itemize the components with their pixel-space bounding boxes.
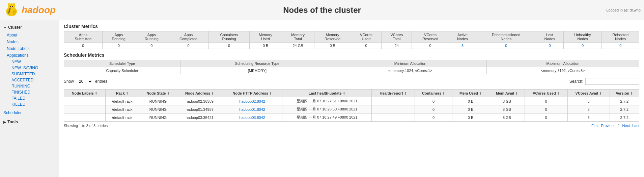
cell-vcores-avail: 8 (567, 113, 610, 122)
cell-node-http-address[interactable]: hadoop03:8042 (222, 113, 282, 122)
col-node-http-address[interactable]: Node HTTP Address ⇕ (222, 90, 282, 97)
tools-label: Tools (7, 120, 18, 124)
sidebar-item-node-labels[interactable]: Node Labels (0, 45, 59, 52)
cell-rack: /default-rack (105, 113, 139, 122)
tools-section-header[interactable]: ▶ Tools (0, 118, 59, 126)
show-entries-select[interactable]: 10 20 25 50 100 (76, 78, 93, 85)
hadoop-logo: hadoop (3, 2, 56, 18)
val-apps-completed: 0 (168, 43, 208, 49)
val-rebooted-nodes[interactable]: 0 (602, 43, 639, 49)
sidebar-item-new-saving[interactable]: NEW_SAVING (10, 65, 59, 71)
val-unhealthy-nodes[interactable]: 0 (563, 43, 602, 49)
scheduler-metrics-title: Scheduler Metrics (64, 52, 639, 58)
search-input[interactable] (585, 78, 639, 85)
cell-node-state: RUNNING (139, 97, 177, 105)
table-footer: Showing 1 to 3 of 3 entries First Previo… (64, 124, 639, 128)
col-unhealthy-nodes: UnhealthyNodes (563, 31, 602, 43)
cell-last-health-update: 星期四 一月 07 16:27:51 +0800 2021 (282, 97, 372, 105)
col-health-report[interactable]: Health-report ⇕ (372, 90, 415, 97)
col-node-address[interactable]: Node Address ⇕ (177, 90, 222, 97)
sort-icon-node-address: ⇕ (211, 92, 214, 95)
col-mem-used[interactable]: Mem Used ⇕ (452, 90, 489, 97)
cluster-arrow-icon: ▼ (3, 26, 7, 29)
sidebar-item-about[interactable]: About (0, 32, 59, 39)
cluster-metrics-table: AppsSubmitted AppsPending AppsRunning Ap… (64, 31, 639, 49)
sidebar-item-submitted[interactable]: SUBMITTED (10, 71, 59, 77)
sidebar-item-finished[interactable]: FINISHED (10, 89, 59, 95)
cell-vcores-used: 0 (525, 97, 568, 105)
nodes-table-header-row: Node Labels ⇕ Rack ⇕ Node State ⇕ Node A… (64, 90, 639, 97)
sort-icon-health-report: ⇕ (404, 92, 407, 95)
cell-last-health-update: 星期四 一月 07 16:27:49 +0800 2021 (282, 113, 372, 122)
table-row: /default-rack RUNNING hadoop01:34957 had… (64, 105, 639, 113)
cell-vcores-used: 0 (525, 105, 568, 113)
cell-vcores-avail: 8 (567, 97, 610, 105)
cell-health-report (372, 105, 415, 113)
main-layout: ▼ Cluster About Nodes Node Labels Applic… (0, 20, 644, 177)
next-page-link[interactable]: Next (622, 124, 630, 128)
sidebar-item-applications[interactable]: Applications (0, 52, 59, 59)
table-row: /default-rack RUNNING hadoop03:35421 had… (64, 113, 639, 122)
col-scheduling-resource-type: Scheduling Resource Type (180, 60, 334, 67)
sort-icon-node-http-address: ⇕ (269, 92, 272, 95)
entries-label: entries (95, 79, 107, 84)
cell-node-labels (64, 105, 106, 113)
col-node-state[interactable]: Node State ⇕ (139, 90, 177, 97)
first-page-link[interactable]: First (591, 124, 598, 128)
sidebar-item-running[interactable]: RUNNING (10, 83, 59, 89)
sort-icon-last-health-update: ⇕ (343, 92, 345, 95)
col-decommissioned-nodes: DecommissionedNodes (476, 31, 536, 43)
col-scheduler-type: Scheduler Type (64, 60, 180, 67)
val-active-nodes[interactable]: 3 (449, 43, 476, 49)
val-lost-nodes[interactable]: 0 (536, 43, 563, 49)
col-apps-submitted: AppsSubmitted (64, 31, 103, 43)
cluster-section-header[interactable]: ▼ Cluster (0, 23, 59, 32)
cell-mem-avail: 8 GB (489, 113, 525, 122)
showing-entries-text: Showing 1 to 3 of 3 entries (64, 124, 108, 128)
current-page: 1 (618, 124, 620, 128)
cell-node-http-address[interactable]: hadoop01:8042 (222, 105, 282, 113)
logged-in-text: Logged in as: dr.who (606, 8, 641, 12)
sidebar-item-killed[interactable]: KILLED (10, 101, 59, 107)
cell-health-report (372, 113, 415, 122)
col-vcores-used-node[interactable]: VCores Used ⇕ (525, 90, 568, 97)
col-node-labels[interactable]: Node Labels ⇕ (64, 90, 106, 97)
col-vcores-avail[interactable]: VCores Avail ⇕ (567, 90, 610, 97)
cell-containers: 0 (415, 97, 452, 105)
hadoop-elephant-icon (3, 2, 20, 18)
col-containers[interactable]: Containers ⇕ (415, 90, 452, 97)
col-version[interactable]: Version ⇕ (610, 90, 639, 97)
cell-containers: 0 (415, 105, 452, 113)
col-apps-running: AppsRunning (135, 31, 168, 43)
show-label: Show (64, 79, 74, 84)
sidebar-item-nodes[interactable]: Nodes (0, 39, 59, 45)
cell-last-health-update: 星期四 一月 07 16:28:50 +0800 2021 (282, 105, 372, 113)
sidebar-item-accepted[interactable]: ACCEPTED (10, 77, 59, 83)
col-memory-used: MemoryUsed (249, 31, 282, 43)
sidebar-item-failed[interactable]: FAILED (10, 95, 59, 101)
app-states-list: NEW NEW_SAVING SUBMITTED ACCEPTED RUNNIN… (0, 59, 59, 107)
val-decommissioned-nodes[interactable]: 0 (476, 43, 536, 49)
val-memory-reserved: 0 B (314, 43, 351, 49)
sidebar-item-scheduler[interactable]: Scheduler (0, 109, 59, 116)
col-lost-nodes: LostNodes (536, 31, 563, 43)
previous-page-link[interactable]: Previous (601, 124, 615, 128)
sort-icon-mem-used: ⇕ (479, 92, 482, 95)
search-label: Search: (569, 79, 583, 84)
col-mem-avail[interactable]: Mem Avail ⇕ (489, 90, 525, 97)
val-apps-running: 0 (135, 43, 168, 49)
last-page-link[interactable]: Last (632, 124, 639, 128)
sidebar-item-new[interactable]: NEW (10, 59, 59, 65)
col-rack[interactable]: Rack ⇕ (105, 90, 139, 97)
col-vcores-total: VCoresTotal (382, 31, 412, 43)
sort-icon-node-state: ⇕ (167, 92, 170, 95)
cell-health-report (372, 97, 415, 105)
cluster-metrics-title: Cluster Metrics (64, 24, 639, 29)
hadoop-brand-text: hadoop (22, 5, 56, 16)
cell-version: 2.7.2 (610, 113, 639, 122)
cell-node-http-address[interactable]: hadoop02:8042 (222, 97, 282, 105)
cell-mem-used: 0 B (452, 113, 489, 122)
col-last-health-update[interactable]: Last health-update ⇕ (282, 90, 372, 97)
tools-arrow-icon: ▶ (3, 120, 6, 124)
sort-icon-vcores-used: ⇕ (557, 92, 560, 95)
